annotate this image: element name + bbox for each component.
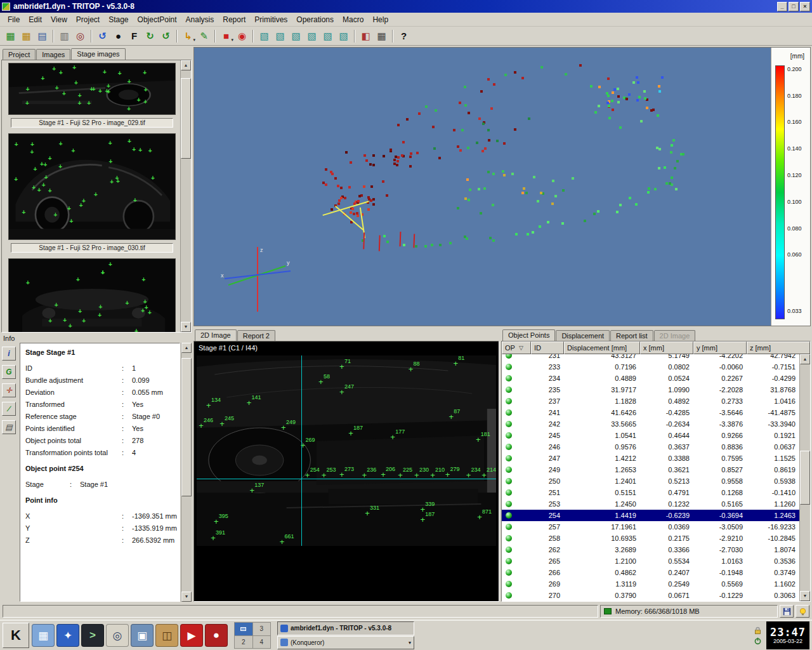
print-button[interactable]: ▥ [56, 28, 72, 44]
view-right-button[interactable]: ▧ [304, 28, 320, 44]
pager-desktop-2[interactable]: 2 [235, 636, 252, 649]
menu-primitives[interactable]: Primitives [250, 13, 292, 26]
column-y-mm[interactable]: y [mm] [693, 342, 747, 354]
view-left-button[interactable]: ▧ [288, 28, 304, 44]
bundle-adjust-button[interactable]: ↻ [142, 28, 158, 44]
primitives-cube-button[interactable]: ■▾ [218, 28, 234, 44]
stage-image-thumbnail-1[interactable]: ++++++++++++++++++++++++++ [8, 63, 176, 115]
scroll-down-button[interactable]: ▼ [181, 322, 191, 332]
tab-project[interactable]: Project [3, 49, 36, 60]
transform-stage-button[interactable]: ↺ [158, 28, 174, 44]
table-row-233[interactable]: 2330.71960.0802-0.0060-0.7151 [502, 361, 799, 373]
search-points-button[interactable]: ◎ [72, 28, 88, 44]
fit-view-button[interactable]: F [126, 28, 142, 44]
table-row-258[interactable]: 25810.69350.2175-2.9210-10.2845 [502, 533, 799, 544]
table-row-266[interactable]: 2660.48620.2407-0.19480.3749 [502, 567, 799, 578]
table-row-247[interactable]: 2471.42120.33880.75951.1525 [502, 453, 799, 464]
table-tab-2d-image[interactable]: 2D Image [654, 330, 696, 341]
3d-view[interactable]: z y x [194, 48, 771, 326]
points-mode-button[interactable]: G [2, 365, 16, 379]
task-button-2[interactable]: (Konqueror)▾ [277, 636, 414, 650]
table-row-237[interactable]: 2371.18280.48920.27331.0416 [502, 395, 799, 407]
save-report-button[interactable] [780, 605, 794, 618]
menu-file[interactable]: File [3, 13, 24, 26]
remote-desktop-icon[interactable]: ▣ [131, 624, 154, 647]
media-recorder-icon[interactable]: ● [205, 624, 228, 647]
info-mode-button[interactable]: i [2, 347, 16, 361]
stage-image-thumbnail-2[interactable]: ++++++++++++++++++++++++++++++++++ [8, 133, 176, 240]
menu-report[interactable]: Report [218, 13, 250, 26]
alignment-grid-button[interactable]: ▦ [374, 28, 390, 44]
table-row-257[interactable]: 25717.19610.0369-3.0509-16.9233 [502, 521, 799, 533]
titlebar[interactable]: ambridef1.dyn - TRITOP - v5.3.0-8 _ □ × [0, 0, 812, 13]
2d-image[interactable]: +71+88+81+58+247+141+134+246+245+249+187… [197, 355, 496, 546]
menu-analysis[interactable]: Analysis [181, 13, 219, 26]
table-row-250[interactable]: 2501.24010.52130.95580.5938 [502, 475, 799, 487]
package-manager-icon[interactable]: ◫ [155, 624, 178, 647]
table-row-231[interactable]: 23143.31275.1749-4.220242.7942 [502, 354, 799, 361]
menu-view[interactable]: View [46, 13, 72, 26]
table-row-270[interactable]: 2700.37900.0671-0.12290.3063 [502, 590, 799, 601]
save-button[interactable]: ▤ [34, 28, 50, 44]
2d-image-view[interactable]: Stage #1 (C1 / I44) [193, 341, 499, 602]
pager-desktop-1[interactable] [235, 623, 252, 635]
point-primitives-button[interactable]: ◉ [234, 28, 250, 44]
table-row-269[interactable]: 2691.31190.25490.55691.1602 [502, 578, 799, 590]
table-row-242[interactable]: 24233.5665-0.2634-3.3876-33.3940 [502, 418, 799, 430]
image-tab-2d-image[interactable]: 2D Image [195, 329, 237, 341]
scroll-down-button[interactable]: ▼ [800, 591, 810, 601]
view-back-button[interactable]: ▧ [272, 28, 288, 44]
table-row-235[interactable]: 23531.97171.0990-2.202831.8768 [502, 384, 799, 395]
scroll-track[interactable] [181, 353, 192, 592]
table-row-251[interactable]: 2510.51510.47910.1268-0.1410 [502, 487, 799, 498]
pager-desktop-3[interactable]: 3 [253, 623, 271, 635]
column-x-mm[interactable]: x [mm] [640, 342, 693, 354]
find-files-icon[interactable]: ◎ [106, 624, 129, 647]
desktop-pager[interactable]: 324 [234, 622, 271, 649]
desktop-settings-icon[interactable]: ▦ [32, 624, 55, 647]
table-tab-displacement[interactable]: Displacement [556, 330, 610, 341]
stage-image-thumbnail-3[interactable]: ++++++++++++++++++++ [8, 258, 176, 332]
scroll-up-button[interactable]: ▲ [181, 60, 191, 70]
realplayer-icon[interactable]: ▶ [180, 624, 203, 647]
close-button[interactable]: × [800, 2, 810, 11]
info-scrollbar[interactable]: ▲▼ [181, 343, 192, 602]
tab-images[interactable]: Images [36, 49, 70, 60]
table-row-262[interactable]: 2623.26890.3366-2.70301.8074 [502, 544, 799, 555]
minimize-button[interactable]: _ [777, 2, 787, 11]
deviation-mode-button[interactable]: ∕ [2, 402, 16, 416]
logout-icon[interactable] [754, 637, 762, 645]
table-scrollbar[interactable]: ▲▼ [799, 354, 810, 601]
filter-icon[interactable]: ▽ [519, 345, 523, 351]
scroll-up-button[interactable]: ▲ [181, 343, 192, 353]
edit-points-button[interactable]: ✎ [196, 28, 212, 44]
context-help-button[interactable]: ? [396, 28, 412, 44]
column-op[interactable]: OP▽ [502, 342, 531, 354]
task-button-1[interactable]: ambridef1.dyn - TRITOP - v5.3.0-8 [277, 621, 414, 635]
scroll-track[interactable] [800, 364, 810, 591]
hint-button[interactable] [796, 605, 809, 618]
stage-table-button[interactable]: ▦ [18, 28, 34, 44]
column-displacement-mm[interactable]: Displacement [mm] [564, 342, 640, 354]
menu-stage[interactable]: Stage [104, 13, 133, 26]
list-mode-button[interactable]: ▤ [2, 420, 16, 434]
kontact-icon[interactable]: ✦ [56, 624, 79, 647]
tab-stage-images[interactable]: Stage images [71, 48, 125, 60]
table-row-234[interactable]: 2340.48890.05240.2267-0.4299 [502, 373, 799, 384]
menu-help[interactable]: Help [368, 13, 393, 26]
menu-edit[interactable]: Edit [24, 13, 46, 26]
menu-objectpoint[interactable]: ObjectPoint [133, 13, 181, 26]
maximize-button[interactable]: □ [789, 2, 799, 11]
table-tab-report-list[interactable]: Report list [610, 330, 653, 341]
table-row-249[interactable]: 2491.26530.36210.85270.8619 [502, 464, 799, 475]
scroll-track[interactable] [181, 70, 191, 322]
lock-icon[interactable] [754, 627, 762, 635]
scroll-thumb[interactable] [800, 451, 810, 505]
scroll-thumb[interactable] [181, 358, 192, 496]
scroll-up-button[interactable]: ▲ [800, 354, 810, 364]
clock[interactable]: 23:47 2005-03-22 [766, 621, 809, 649]
column-id[interactable]: ID [531, 342, 564, 354]
menu-macro[interactable]: Macro [338, 13, 368, 26]
scroll-down-button[interactable]: ▼ [181, 592, 192, 602]
table-row-246[interactable]: 2460.95760.36370.88360.0637 [502, 441, 799, 453]
